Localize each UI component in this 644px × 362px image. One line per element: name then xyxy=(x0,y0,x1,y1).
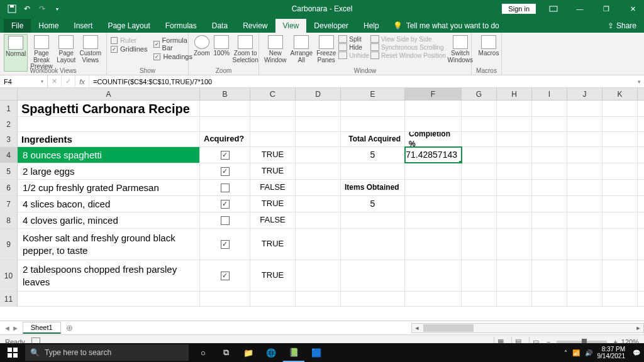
minimize-icon[interactable]: — xyxy=(569,0,591,18)
cell-D9[interactable] xyxy=(296,229,341,260)
cell-E9[interactable] xyxy=(341,229,405,260)
cell-H9[interactable] xyxy=(497,229,532,260)
acquired-checkbox-4[interactable] xyxy=(221,151,230,160)
cell-B5[interactable] xyxy=(200,163,250,179)
col-J[interactable]: J xyxy=(567,88,602,100)
cell-D10[interactable] xyxy=(296,260,341,291)
zoom-100-button[interactable]: 100% xyxy=(213,34,231,65)
hide-button[interactable]: Hide xyxy=(338,43,369,51)
enter-formula-icon[interactable]: ✓ xyxy=(62,75,75,87)
cell-C10[interactable]: TRUE xyxy=(250,260,296,291)
acquired-checkbox-9[interactable] xyxy=(221,240,230,249)
cell-I3[interactable] xyxy=(532,132,567,146)
page-layout-button[interactable]: Page Layout xyxy=(55,34,77,72)
network-icon[interactable]: 📶 xyxy=(572,349,580,356)
row-header-10[interactable]: 10 xyxy=(0,260,18,291)
cell-F9[interactable] xyxy=(405,229,462,260)
cell-E7[interactable]: 5 xyxy=(341,196,405,212)
col-G[interactable]: G xyxy=(462,88,497,100)
cell-J1[interactable] xyxy=(567,101,602,116)
cell-K2[interactable] xyxy=(602,117,638,131)
sheet-tab-sheet1[interactable]: Sheet1 xyxy=(23,322,61,334)
view-side-by-side-button[interactable]: View Side by Side xyxy=(370,35,446,43)
cell-E5[interactable] xyxy=(341,163,405,179)
acquired-checkbox-10[interactable] xyxy=(221,272,230,280)
cell-I4[interactable] xyxy=(532,147,567,163)
cell-G3[interactable] xyxy=(462,132,497,146)
cell-E6[interactable]: Items Obtained xyxy=(341,180,405,195)
cell-D6[interactable] xyxy=(296,180,341,195)
switch-windows-button[interactable]: Switch Windows xyxy=(447,34,474,65)
cell-A9[interactable]: Kosher salt and freshly ground black pep… xyxy=(18,229,200,260)
cell-H4[interactable] xyxy=(497,147,532,163)
cell-E11[interactable] xyxy=(341,292,405,306)
cell-H11[interactable] xyxy=(497,292,532,306)
acquired-checkbox-7[interactable] xyxy=(221,200,230,209)
cell-H10[interactable] xyxy=(497,260,532,291)
hscroll-left-icon[interactable]: ◄ xyxy=(412,324,422,332)
tab-help[interactable]: Help xyxy=(356,19,387,33)
col-E[interactable]: E xyxy=(341,88,405,100)
fx-icon[interactable]: fx xyxy=(75,75,89,87)
cell-F2[interactable] xyxy=(405,117,462,131)
cell-B10[interactable] xyxy=(200,260,250,291)
acquired-checkbox-6[interactable] xyxy=(221,184,230,192)
volume-icon[interactable]: 🔊 xyxy=(585,349,592,356)
tab-insert[interactable]: Insert xyxy=(66,19,100,33)
cell-B9[interactable] xyxy=(200,229,250,260)
cell-B8[interactable] xyxy=(200,212,250,228)
ribbon-options-icon[interactable] xyxy=(542,0,565,18)
cell-B1[interactable] xyxy=(200,101,250,116)
cell-K5[interactable] xyxy=(602,163,638,179)
cell-I2[interactable] xyxy=(532,117,567,131)
unhide-button[interactable]: Unhide xyxy=(338,52,369,59)
select-all-triangle[interactable] xyxy=(0,88,18,100)
cell-F4[interactable]: 71.42857143 xyxy=(405,147,462,163)
share-button[interactable]: ⇪ Share xyxy=(600,19,644,33)
cell-F1[interactable] xyxy=(405,101,462,116)
cell-A7[interactable]: 4 slices bacon, diced xyxy=(18,196,200,212)
cell-E10[interactable] xyxy=(341,260,405,291)
new-sheet-button[interactable]: ⊕ xyxy=(61,323,78,332)
cell-J9[interactable] xyxy=(567,229,602,260)
cortana-icon[interactable]: ○ xyxy=(192,343,214,362)
formula-bar-expand-icon[interactable]: ▾ xyxy=(634,79,644,85)
chrome-icon[interactable]: 🌐 xyxy=(260,343,282,362)
tab-data[interactable]: Data xyxy=(204,19,235,33)
tab-home[interactable]: Home xyxy=(31,19,66,33)
taskbar-search[interactable]: 🔍 Type here to search xyxy=(25,344,189,361)
hscroll-thumb[interactable] xyxy=(423,324,474,332)
cell-B7[interactable] xyxy=(200,196,250,212)
cell-A1[interactable]: Spaghetti Carbonara Recipe xyxy=(18,101,200,116)
cell-C7[interactable]: TRUE xyxy=(250,196,296,212)
cell-B6[interactable] xyxy=(200,180,250,195)
cell-G5[interactable] xyxy=(462,163,497,179)
cell-E3[interactable]: Total Acquired xyxy=(341,132,405,146)
cell-G11[interactable] xyxy=(462,292,497,306)
cell-K10[interactable] xyxy=(602,260,638,291)
tab-view[interactable]: View xyxy=(275,19,307,33)
col-C[interactable]: C xyxy=(250,88,296,100)
sign-in-button[interactable]: Sign in xyxy=(502,4,536,14)
cell-H5[interactable] xyxy=(497,163,532,179)
cell-H2[interactable] xyxy=(497,117,532,131)
cell-G10[interactable] xyxy=(462,260,497,291)
maximize-icon[interactable]: ❐ xyxy=(595,0,618,18)
cell-B2[interactable] xyxy=(200,117,250,131)
col-H[interactable]: H xyxy=(497,88,532,100)
cell-K7[interactable] xyxy=(602,196,638,212)
horizontal-scrollbar[interactable]: ◄ ► xyxy=(411,323,644,333)
cell-F11[interactable] xyxy=(405,292,462,306)
cell-J2[interactable] xyxy=(567,117,602,131)
cell-C6[interactable]: FALSE xyxy=(250,180,296,195)
row-header-1[interactable]: 1 xyxy=(0,101,18,116)
tab-developer[interactable]: Developer xyxy=(306,19,356,33)
redo-icon[interactable]: ↷ xyxy=(35,2,49,16)
headings-checkbox[interactable]: Headings xyxy=(153,53,192,60)
cell-D2[interactable] xyxy=(296,117,341,131)
cell-I10[interactable] xyxy=(532,260,567,291)
file-explorer-icon[interactable]: 📁 xyxy=(238,343,259,362)
row-header-2[interactable]: 2 xyxy=(0,117,18,131)
col-K[interactable]: K xyxy=(602,88,638,100)
clock[interactable]: 8:37 PM 9/14/2021 xyxy=(597,346,628,359)
